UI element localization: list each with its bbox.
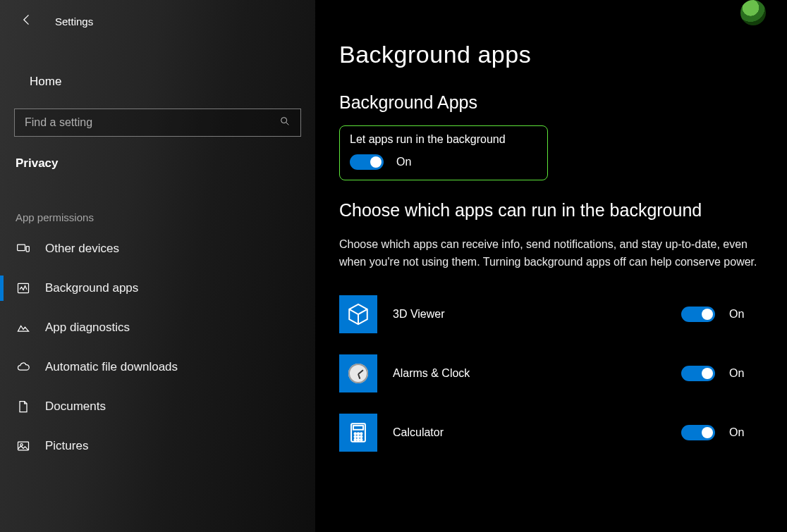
- document-icon: [16, 400, 31, 414]
- devices-icon: [16, 242, 31, 256]
- clock-icon: [339, 354, 377, 392]
- category-label: Privacy: [0, 137, 315, 176]
- svg-point-14: [354, 438, 356, 440]
- svg-point-10: [360, 433, 362, 435]
- svg-point-8: [354, 433, 356, 435]
- app-name: Calculator: [393, 426, 681, 439]
- master-toggle[interactable]: [350, 154, 384, 170]
- section-description: Choose which apps can receive info, send…: [339, 236, 766, 271]
- home-label: Home: [30, 75, 61, 89]
- app-toggle-alarms-clock[interactable]: [681, 366, 715, 381]
- calculator-icon: [339, 414, 377, 452]
- sidebar-item-label: Documents: [45, 400, 106, 414]
- section-title-background-apps: Background Apps: [339, 92, 766, 113]
- app-toggle-state: On: [729, 367, 744, 380]
- app-name: Alarms & Clock: [393, 367, 681, 380]
- master-toggle-highlight: Let apps run in the background On: [339, 125, 548, 180]
- app-toggle-calculator[interactable]: [681, 425, 715, 440]
- titlebar: Settings: [0, 6, 315, 44]
- svg-rect-7: [353, 426, 363, 430]
- sidebar: Settings Home Privacy App permissions Ot…: [0, 0, 315, 532]
- cloud-icon: [16, 360, 31, 374]
- sidebar-item-other-devices[interactable]: Other devices: [0, 229, 315, 268]
- master-toggle-label: Let apps run in the background: [350, 133, 537, 146]
- sidebar-item-label: App diagnostics: [45, 321, 130, 335]
- svg-rect-1: [18, 245, 25, 250]
- user-avatar[interactable]: [740, 0, 766, 25]
- search-box[interactable]: [14, 109, 301, 137]
- sidebar-item-background-apps[interactable]: Background apps: [0, 268, 315, 308]
- sidebar-home[interactable]: Home: [0, 63, 315, 101]
- svg-point-9: [358, 433, 360, 435]
- app-toggle-3d-viewer[interactable]: [681, 307, 715, 322]
- sidebar-item-label: Automatic file downloads: [45, 360, 178, 374]
- svg-rect-2: [26, 247, 29, 252]
- svg-point-12: [358, 435, 360, 438]
- app-toggle-state: On: [729, 308, 744, 321]
- page-title: Background apps: [339, 41, 766, 68]
- arrow-left-icon: [20, 17, 34, 29]
- svg-point-16: [360, 438, 362, 440]
- back-button[interactable]: [17, 10, 37, 32]
- search-icon: [279, 116, 291, 130]
- sidebar-item-app-diagnostics[interactable]: App diagnostics: [0, 308, 315, 347]
- sidebar-item-pictures[interactable]: Pictures: [0, 426, 315, 466]
- window-title: Settings: [55, 16, 93, 27]
- group-label: App permissions: [0, 176, 315, 229]
- svg-point-0: [281, 118, 287, 123]
- svg-point-11: [354, 435, 356, 438]
- main-content: Background apps Background Apps Let apps…: [315, 0, 787, 532]
- sidebar-item-automatic-file-downloads[interactable]: Automatic file downloads: [0, 347, 315, 387]
- sidebar-item-documents[interactable]: Documents: [0, 387, 315, 426]
- svg-point-15: [358, 438, 360, 440]
- app-toggle-state: On: [729, 426, 744, 439]
- app-row-3d-viewer: 3D Viewer On: [339, 290, 766, 349]
- app-row-alarms-clock: Alarms & Clock On: [339, 349, 766, 408]
- cube-icon: [339, 295, 377, 333]
- sidebar-item-label: Background apps: [45, 281, 138, 295]
- activity-icon: [16, 281, 31, 295]
- app-name: 3D Viewer: [393, 308, 681, 321]
- master-toggle-row: On: [350, 154, 537, 170]
- svg-point-13: [360, 435, 362, 438]
- search-input[interactable]: [25, 116, 279, 129]
- sidebar-item-label: Other devices: [45, 242, 119, 256]
- svg-rect-3: [18, 283, 29, 292]
- pictures-icon: [16, 439, 31, 453]
- sidebar-item-label: Pictures: [45, 439, 88, 453]
- diagnostics-icon: [16, 321, 31, 335]
- app-row-calculator: Calculator On: [339, 408, 766, 467]
- master-toggle-state: On: [396, 156, 411, 168]
- section-title-choose-apps: Choose which apps can run in the backgro…: [339, 200, 766, 221]
